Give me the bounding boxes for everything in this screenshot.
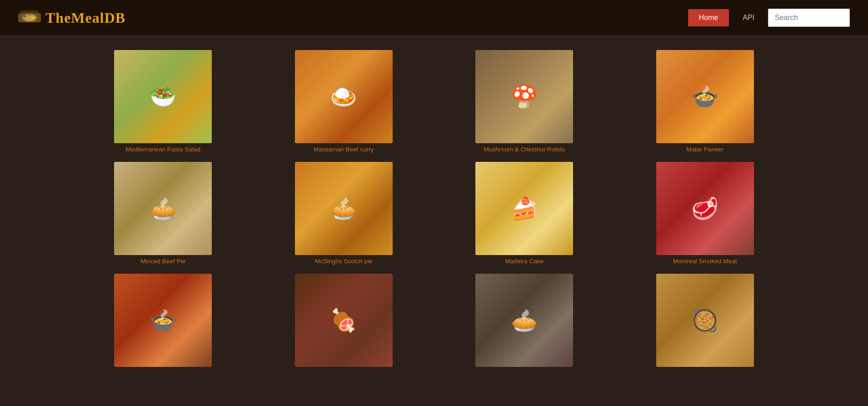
meal-image-placeholder-meal-4: 🍲 bbox=[656, 50, 754, 143]
meal-card-meal-4[interactable]: 🍲Matar Paneer bbox=[615, 50, 796, 157]
meal-image-meal-3: 🍄 bbox=[475, 50, 573, 143]
meal-image-placeholder-meal-10: 🍖 bbox=[295, 274, 393, 367]
meal-image-placeholder-meal-1: 🥗 bbox=[114, 50, 212, 143]
meal-image-placeholder-meal-11: 🥧 bbox=[475, 274, 573, 367]
svg-rect-3 bbox=[20, 10, 39, 13]
meal-card-meal-2[interactable]: 🍛Massaman Beef curry bbox=[254, 50, 434, 157]
meal-grid: 🥗Mediterranean Pasta Salad🍛Massaman Beef… bbox=[73, 50, 795, 371]
meal-name-meal-7: Madeira Cake bbox=[505, 258, 544, 265]
meal-card-meal-11[interactable]: 🥧 bbox=[434, 274, 615, 371]
meal-name-meal-3: Mushroom & Chestnut Rotolo bbox=[484, 146, 565, 153]
meal-image-meal-9: 🍲 bbox=[114, 274, 212, 367]
meal-card-meal-3[interactable]: 🍄Mushroom & Chestnut Rotolo bbox=[434, 50, 615, 157]
meal-image-meal-5: 🥧 bbox=[114, 162, 212, 255]
meal-image-meal-7: 🍰 bbox=[475, 162, 573, 255]
meal-name-meal-8: Montreal Smoked Meat bbox=[673, 258, 737, 265]
home-button[interactable]: Home bbox=[688, 9, 729, 26]
meal-name-meal-1: Mediterranean Pasta Salad bbox=[125, 146, 200, 153]
meal-card-meal-6[interactable]: 🥧McSinghs Scotch pie bbox=[254, 162, 434, 269]
meal-name-meal-5: Minced Beef Pie bbox=[140, 258, 185, 265]
meal-image-meal-11: 🥧 bbox=[475, 274, 573, 367]
meal-image-placeholder-meal-5: 🥧 bbox=[114, 162, 212, 255]
meal-name-meal-2: Massaman Beef curry bbox=[314, 146, 374, 153]
meal-card-meal-12[interactable]: 🥘 bbox=[615, 274, 796, 371]
main-content: 🥗Mediterranean Pasta Salad🍛Massaman Beef… bbox=[0, 36, 868, 385]
meal-image-placeholder-meal-7: 🍰 bbox=[475, 162, 573, 255]
meal-image-placeholder-meal-3: 🍄 bbox=[475, 50, 573, 143]
api-link[interactable]: API bbox=[738, 9, 759, 26]
meal-image-meal-4: 🍲 bbox=[656, 50, 754, 143]
meal-card-meal-10[interactable]: 🍖 bbox=[254, 274, 434, 371]
meal-image-placeholder-meal-8: 🥩 bbox=[656, 162, 754, 255]
meal-image-meal-2: 🍛 bbox=[295, 50, 393, 143]
search-input[interactable] bbox=[768, 9, 850, 27]
meal-card-meal-8[interactable]: 🥩Montreal Smoked Meat bbox=[615, 162, 796, 269]
meal-image-placeholder-meal-6: 🥧 bbox=[295, 162, 393, 255]
logo-text: TheMealDB bbox=[45, 10, 125, 26]
svg-point-6 bbox=[32, 17, 34, 19]
meal-image-placeholder-meal-9: 🍲 bbox=[114, 274, 212, 367]
logo-icon bbox=[18, 10, 41, 26]
meal-image-meal-10: 🍖 bbox=[295, 274, 393, 367]
svg-point-5 bbox=[29, 14, 30, 16]
meal-card-meal-9[interactable]: 🍲 bbox=[73, 274, 254, 371]
meal-image-placeholder-meal-12: 🥘 bbox=[656, 274, 754, 367]
logo-area: TheMealDB bbox=[18, 10, 688, 26]
meal-name-meal-4: Matar Paneer bbox=[686, 146, 723, 153]
meal-image-meal-6: 🥧 bbox=[295, 162, 393, 255]
main-nav: Home API bbox=[688, 9, 850, 27]
meal-image-meal-8: 🥩 bbox=[656, 162, 754, 255]
meal-card-meal-1[interactable]: 🥗Mediterranean Pasta Salad bbox=[73, 50, 254, 157]
meal-image-meal-12: 🥘 bbox=[656, 274, 754, 367]
meal-image-placeholder-meal-2: 🍛 bbox=[295, 50, 393, 143]
svg-point-4 bbox=[24, 15, 26, 18]
site-header: TheMealDB Home API bbox=[0, 0, 868, 36]
meal-name-meal-6: McSinghs Scotch pie bbox=[315, 258, 373, 265]
meal-card-meal-5[interactable]: 🥧Minced Beef Pie bbox=[73, 162, 254, 269]
meal-image-meal-1: 🥗 bbox=[114, 50, 212, 143]
meal-card-meal-7[interactable]: 🍰Madeira Cake bbox=[434, 162, 615, 269]
